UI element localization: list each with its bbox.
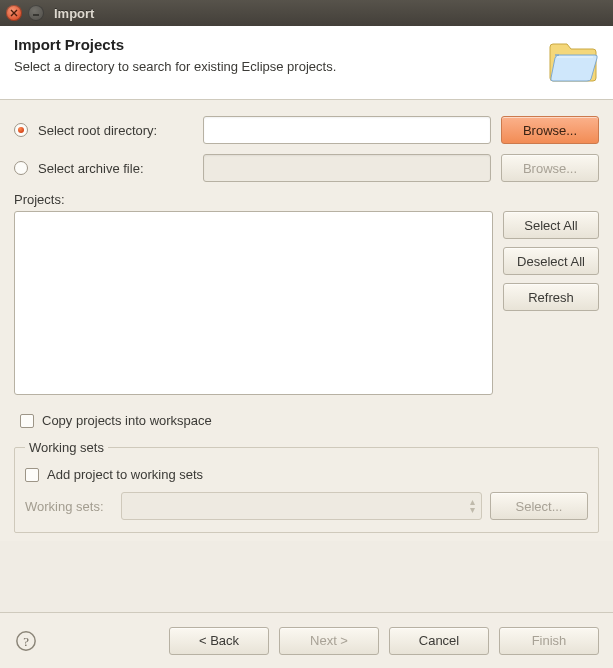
cancel-button[interactable]: Cancel — [389, 627, 489, 655]
add-to-working-sets-row: Add project to working sets — [25, 467, 588, 482]
working-sets-combo: ▴▾ — [121, 492, 482, 520]
root-directory-label: Select root directory: — [38, 123, 193, 138]
projects-area: Select All Deselect All Refresh — [14, 211, 599, 395]
projects-side-buttons: Select All Deselect All Refresh — [503, 211, 599, 395]
import-folder-icon — [547, 36, 599, 87]
dialog-content: Select root directory: Browse... Select … — [0, 100, 613, 541]
add-to-working-sets-label: Add project to working sets — [47, 467, 203, 482]
dialog-footer: ? < Back Next > Cancel Finish — [0, 612, 613, 668]
help-icon[interactable]: ? — [14, 629, 38, 653]
copy-projects-row: Copy projects into workspace — [20, 413, 599, 428]
back-button[interactable]: < Back — [169, 627, 269, 655]
next-button: Next > — [279, 627, 379, 655]
window-minimize-button[interactable] — [28, 5, 44, 21]
archive-file-radio[interactable] — [14, 161, 28, 175]
working-sets-field-label: Working sets: — [25, 499, 113, 514]
archive-file-label: Select archive file: — [38, 161, 193, 176]
dialog-header: Import Projects Select a directory to se… — [0, 26, 613, 100]
finish-button: Finish — [499, 627, 599, 655]
chevron-up-down-icon: ▴▾ — [470, 498, 475, 514]
copy-projects-checkbox[interactable] — [20, 414, 34, 428]
root-directory-input[interactable] — [203, 116, 491, 144]
root-directory-radio[interactable] — [14, 123, 28, 137]
root-directory-row: Select root directory: Browse... — [14, 116, 599, 144]
copy-projects-label: Copy projects into workspace — [42, 413, 212, 428]
svg-text:?: ? — [23, 634, 29, 648]
page-subtitle: Select a directory to search for existin… — [14, 59, 537, 74]
deselect-all-button[interactable]: Deselect All — [503, 247, 599, 275]
working-sets-legend: Working sets — [25, 440, 108, 455]
archive-file-browse-button: Browse... — [501, 154, 599, 182]
window-title: Import — [54, 6, 94, 21]
titlebar: Import — [0, 0, 613, 26]
projects-label: Projects: — [14, 192, 599, 207]
archive-file-row: Select archive file: Browse... — [14, 154, 599, 182]
working-sets-select-button: Select... — [490, 492, 588, 520]
working-sets-group: Working sets Add project to working sets… — [14, 440, 599, 533]
archive-file-input — [203, 154, 491, 182]
window-close-button[interactable] — [6, 5, 22, 21]
projects-listbox[interactable] — [14, 211, 493, 395]
select-all-button[interactable]: Select All — [503, 211, 599, 239]
working-sets-select-row: Working sets: ▴▾ Select... — [25, 492, 588, 520]
add-to-working-sets-checkbox[interactable] — [25, 468, 39, 482]
refresh-button[interactable]: Refresh — [503, 283, 599, 311]
root-directory-browse-button[interactable]: Browse... — [501, 116, 599, 144]
page-title: Import Projects — [14, 36, 537, 53]
